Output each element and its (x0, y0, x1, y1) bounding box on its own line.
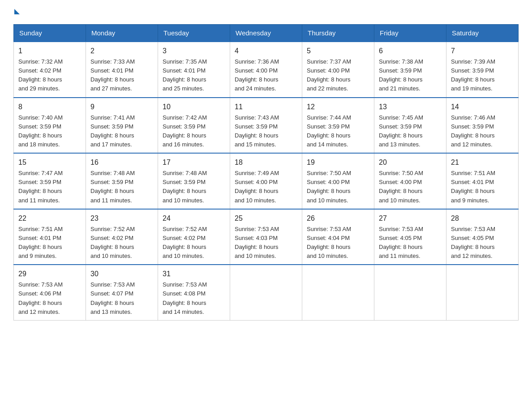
day-cell: 23 Sunrise: 7:52 AM Sunset: 4:02 PM Dayl… (86, 209, 158, 265)
day-cell (446, 265, 519, 320)
day-info: Sunrise: 7:36 AM Sunset: 4:00 PM Dayligh… (235, 57, 297, 94)
day-cell: 11 Sunrise: 7:43 AM Sunset: 3:59 PM Dayl… (230, 98, 302, 154)
day-cell: 13 Sunrise: 7:45 AM Sunset: 3:59 PM Dayl… (374, 98, 446, 154)
day-cell: 18 Sunrise: 7:49 AM Sunset: 4:00 PM Dayl… (230, 153, 302, 209)
week-row-5: 29 Sunrise: 7:53 AM Sunset: 4:06 PM Dayl… (14, 265, 519, 320)
day-cell (230, 265, 302, 320)
day-cell: 6 Sunrise: 7:38 AM Sunset: 3:59 PM Dayli… (374, 42, 446, 98)
day-number: 1 (18, 46, 81, 56)
day-number: 29 (18, 269, 81, 279)
day-number: 6 (379, 46, 442, 56)
day-number: 24 (163, 213, 225, 224)
day-cell: 16 Sunrise: 7:48 AM Sunset: 3:59 PM Dayl… (86, 153, 158, 209)
calendar-table: SundayMondayTuesdayWednesdayThursdayFrid… (13, 24, 519, 321)
day-info: Sunrise: 7:53 AM Sunset: 4:03 PM Dayligh… (235, 225, 297, 261)
day-cell: 27 Sunrise: 7:53 AM Sunset: 4:05 PM Dayl… (374, 209, 446, 265)
day-cell: 5 Sunrise: 7:37 AM Sunset: 4:00 PM Dayli… (302, 42, 374, 98)
day-number: 11 (235, 102, 297, 112)
day-number: 8 (18, 102, 81, 112)
day-cell: 7 Sunrise: 7:39 AM Sunset: 3:59 PM Dayli… (446, 42, 519, 98)
day-cell: 30 Sunrise: 7:53 AM Sunset: 4:07 PM Dayl… (86, 265, 158, 320)
day-info: Sunrise: 7:53 AM Sunset: 4:05 PM Dayligh… (451, 225, 514, 261)
day-number: 20 (379, 157, 442, 168)
day-info: Sunrise: 7:46 AM Sunset: 3:59 PM Dayligh… (451, 113, 514, 150)
day-info: Sunrise: 7:50 AM Sunset: 4:00 PM Dayligh… (379, 169, 442, 205)
day-info: Sunrise: 7:52 AM Sunset: 4:02 PM Dayligh… (90, 225, 153, 261)
day-number: 21 (451, 157, 514, 168)
day-info: Sunrise: 7:35 AM Sunset: 4:01 PM Dayligh… (163, 57, 225, 94)
day-info: Sunrise: 7:43 AM Sunset: 3:59 PM Dayligh… (235, 113, 297, 150)
day-number: 27 (379, 213, 442, 224)
day-cell: 15 Sunrise: 7:47 AM Sunset: 3:59 PM Dayl… (14, 153, 86, 209)
day-cell: 31 Sunrise: 7:53 AM Sunset: 4:08 PM Dayl… (158, 265, 230, 320)
day-cell: 21 Sunrise: 7:51 AM Sunset: 4:01 PM Dayl… (446, 153, 519, 209)
day-cell: 1 Sunrise: 7:32 AM Sunset: 4:02 PM Dayli… (14, 42, 86, 98)
day-info: Sunrise: 7:47 AM Sunset: 3:59 PM Dayligh… (18, 169, 81, 205)
day-cell: 25 Sunrise: 7:53 AM Sunset: 4:03 PM Dayl… (230, 209, 302, 265)
day-info: Sunrise: 7:38 AM Sunset: 3:59 PM Dayligh… (379, 57, 442, 94)
column-header-thursday: Thursday (302, 25, 374, 42)
day-cell: 24 Sunrise: 7:52 AM Sunset: 4:02 PM Dayl… (158, 209, 230, 265)
day-cell: 28 Sunrise: 7:53 AM Sunset: 4:05 PM Dayl… (446, 209, 519, 265)
day-number: 17 (163, 157, 225, 168)
day-info: Sunrise: 7:37 AM Sunset: 4:00 PM Dayligh… (307, 57, 369, 94)
day-info: Sunrise: 7:53 AM Sunset: 4:05 PM Dayligh… (379, 225, 442, 261)
day-info: Sunrise: 7:51 AM Sunset: 4:01 PM Dayligh… (18, 225, 81, 261)
day-info: Sunrise: 7:53 AM Sunset: 4:04 PM Dayligh… (307, 225, 369, 261)
day-cell: 22 Sunrise: 7:51 AM Sunset: 4:01 PM Dayl… (14, 209, 86, 265)
week-row-1: 1 Sunrise: 7:32 AM Sunset: 4:02 PM Dayli… (14, 42, 519, 98)
page-header (13, 9, 519, 15)
day-number: 4 (235, 46, 297, 56)
week-row-2: 8 Sunrise: 7:40 AM Sunset: 3:59 PM Dayli… (14, 98, 519, 154)
day-number: 5 (307, 46, 369, 56)
week-row-4: 22 Sunrise: 7:51 AM Sunset: 4:01 PM Dayl… (14, 209, 519, 265)
day-number: 16 (90, 157, 153, 168)
column-header-monday: Monday (86, 25, 158, 42)
day-cell (302, 265, 374, 320)
day-cell: 10 Sunrise: 7:42 AM Sunset: 3:59 PM Dayl… (158, 98, 230, 154)
day-number: 13 (379, 102, 442, 112)
day-info: Sunrise: 7:33 AM Sunset: 4:01 PM Dayligh… (90, 57, 153, 94)
day-cell: 8 Sunrise: 7:40 AM Sunset: 3:59 PM Dayli… (14, 98, 86, 154)
day-cell: 12 Sunrise: 7:44 AM Sunset: 3:59 PM Dayl… (302, 98, 374, 154)
day-number: 23 (90, 213, 153, 224)
day-cell: 17 Sunrise: 7:48 AM Sunset: 3:59 PM Dayl… (158, 153, 230, 209)
column-header-friday: Friday (374, 25, 446, 42)
week-row-3: 15 Sunrise: 7:47 AM Sunset: 3:59 PM Dayl… (14, 153, 519, 209)
day-info: Sunrise: 7:52 AM Sunset: 4:02 PM Dayligh… (163, 225, 225, 261)
day-cell: 19 Sunrise: 7:50 AM Sunset: 4:00 PM Dayl… (302, 153, 374, 209)
day-number: 9 (90, 102, 153, 112)
day-number: 2 (90, 46, 153, 56)
day-number: 26 (307, 213, 369, 224)
day-number: 18 (235, 157, 297, 168)
day-number: 12 (307, 102, 369, 112)
logo-triangle-icon (14, 9, 20, 14)
logo (13, 9, 20, 15)
day-cell: 2 Sunrise: 7:33 AM Sunset: 4:01 PM Dayli… (86, 42, 158, 98)
day-info: Sunrise: 7:42 AM Sunset: 3:59 PM Dayligh… (163, 113, 225, 150)
day-number: 31 (163, 269, 225, 279)
column-header-saturday: Saturday (446, 25, 519, 42)
day-cell: 9 Sunrise: 7:41 AM Sunset: 3:59 PM Dayli… (86, 98, 158, 154)
day-info: Sunrise: 7:53 AM Sunset: 4:07 PM Dayligh… (90, 280, 153, 317)
day-number: 3 (163, 46, 225, 56)
day-info: Sunrise: 7:48 AM Sunset: 3:59 PM Dayligh… (163, 169, 225, 205)
day-number: 19 (307, 157, 369, 168)
day-info: Sunrise: 7:32 AM Sunset: 4:02 PM Dayligh… (18, 57, 81, 94)
day-cell: 20 Sunrise: 7:50 AM Sunset: 4:00 PM Dayl… (374, 153, 446, 209)
logo-blue-part (13, 9, 20, 15)
day-info: Sunrise: 7:44 AM Sunset: 3:59 PM Dayligh… (307, 113, 369, 150)
day-cell: 3 Sunrise: 7:35 AM Sunset: 4:01 PM Dayli… (158, 42, 230, 98)
column-header-tuesday: Tuesday (158, 25, 230, 42)
day-number: 15 (18, 157, 81, 168)
day-info: Sunrise: 7:41 AM Sunset: 3:59 PM Dayligh… (90, 113, 153, 150)
day-info: Sunrise: 7:40 AM Sunset: 3:59 PM Dayligh… (18, 113, 81, 150)
day-number: 22 (18, 213, 81, 224)
column-header-wednesday: Wednesday (230, 25, 302, 42)
day-info: Sunrise: 7:45 AM Sunset: 3:59 PM Dayligh… (379, 113, 442, 150)
day-cell: 14 Sunrise: 7:46 AM Sunset: 3:59 PM Dayl… (446, 98, 519, 154)
day-number: 10 (163, 102, 225, 112)
day-cell (374, 265, 446, 320)
day-info: Sunrise: 7:39 AM Sunset: 3:59 PM Dayligh… (451, 57, 514, 94)
day-number: 28 (451, 213, 514, 224)
